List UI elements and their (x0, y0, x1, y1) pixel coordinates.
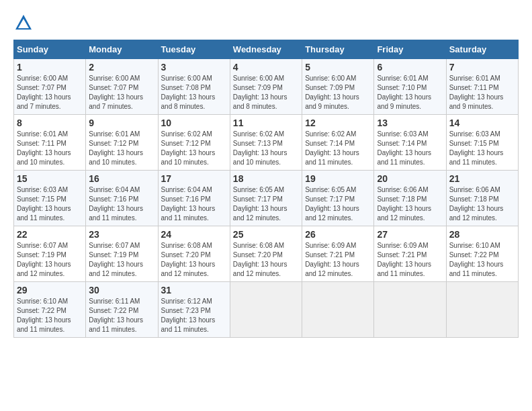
calendar-cell (446, 282, 518, 338)
calendar-cell: 26 Sunrise: 6:09 AM Sunset: 7:21 PM Dayl… (302, 226, 374, 282)
day-number: 2 (89, 62, 154, 73)
calendar-cell: 25 Sunrise: 6:08 AM Sunset: 7:20 PM Dayl… (230, 226, 302, 282)
day-number: 31 (161, 285, 227, 295)
day-number: 29 (17, 285, 83, 295)
day-info: Sunrise: 6:11 AM Sunset: 7:22 PM Dayligh… (89, 297, 154, 334)
calendar-cell: 18 Sunrise: 6:05 AM Sunset: 7:17 PM Dayl… (230, 171, 302, 226)
day-info: Sunrise: 6:10 AM Sunset: 7:22 PM Dayligh… (17, 297, 83, 334)
calendar-cell: 7 Sunrise: 6:01 AM Sunset: 7:11 PM Dayli… (446, 59, 518, 115)
day-info: Sunrise: 6:09 AM Sunset: 7:21 PM Dayligh… (305, 241, 371, 279)
calendar-cell: 28 Sunrise: 6:10 AM Sunset: 7:22 PM Dayl… (446, 226, 518, 282)
day-info: Sunrise: 6:09 AM Sunset: 7:21 PM Dayligh… (377, 241, 443, 279)
day-number: 17 (161, 173, 227, 184)
calendar-cell: 8 Sunrise: 6:01 AM Sunset: 7:11 PM Dayli… (14, 115, 86, 171)
day-number: 9 (89, 118, 154, 128)
header (13, 13, 519, 33)
calendar-cell: 12 Sunrise: 6:02 AM Sunset: 7:14 PM Dayl… (302, 115, 374, 171)
day-info: Sunrise: 6:00 AM Sunset: 7:08 PM Dayligh… (161, 74, 227, 111)
day-number: 12 (305, 118, 371, 128)
day-info: Sunrise: 6:07 AM Sunset: 7:19 PM Dayligh… (17, 241, 83, 279)
calendar-cell: 9 Sunrise: 6:01 AM Sunset: 7:12 PM Dayli… (86, 115, 158, 171)
calendar-cell (230, 282, 302, 338)
weekday-header-saturday: Saturday (446, 40, 518, 59)
calendar-cell: 21 Sunrise: 6:06 AM Sunset: 7:18 PM Dayl… (446, 171, 518, 226)
day-number: 26 (305, 229, 371, 240)
logo (13, 13, 34, 33)
day-info: Sunrise: 6:05 AM Sunset: 7:17 PM Dayligh… (233, 185, 299, 223)
day-info: Sunrise: 6:04 AM Sunset: 7:16 PM Dayligh… (161, 185, 227, 223)
day-info: Sunrise: 6:03 AM Sunset: 7:15 PM Dayligh… (449, 130, 515, 167)
day-number: 10 (161, 118, 227, 128)
day-info: Sunrise: 6:00 AM Sunset: 7:09 PM Dayligh… (305, 74, 371, 111)
day-number: 19 (305, 173, 371, 184)
day-info: Sunrise: 6:08 AM Sunset: 7:20 PM Dayligh… (161, 241, 227, 279)
calendar-cell: 2 Sunrise: 6:00 AM Sunset: 7:07 PM Dayli… (86, 59, 158, 115)
calendar-cell (302, 282, 374, 338)
calendar-cell: 19 Sunrise: 6:05 AM Sunset: 7:17 PM Dayl… (302, 171, 374, 226)
day-info: Sunrise: 6:01 AM Sunset: 7:10 PM Dayligh… (377, 74, 443, 111)
weekday-header-tuesday: Tuesday (158, 40, 230, 59)
day-info: Sunrise: 6:06 AM Sunset: 7:18 PM Dayligh… (449, 185, 515, 223)
day-number: 24 (161, 229, 227, 240)
calendar-cell: 3 Sunrise: 6:00 AM Sunset: 7:08 PM Dayli… (158, 59, 230, 115)
day-info: Sunrise: 6:10 AM Sunset: 7:22 PM Dayligh… (449, 241, 515, 279)
day-number: 20 (377, 173, 443, 184)
day-info: Sunrise: 6:01 AM Sunset: 7:12 PM Dayligh… (89, 130, 154, 167)
calendar-cell: 14 Sunrise: 6:03 AM Sunset: 7:15 PM Dayl… (446, 115, 518, 171)
day-number: 14 (449, 118, 515, 128)
day-info: Sunrise: 6:04 AM Sunset: 7:16 PM Dayligh… (89, 185, 154, 223)
weekday-header-friday: Friday (374, 40, 446, 59)
weekday-header-thursday: Thursday (302, 40, 374, 59)
calendar-cell: 16 Sunrise: 6:04 AM Sunset: 7:16 PM Dayl… (86, 171, 158, 226)
day-number: 27 (377, 229, 443, 240)
day-number: 7 (449, 62, 515, 73)
day-number: 11 (233, 118, 299, 128)
day-number: 16 (89, 173, 154, 184)
calendar-cell: 17 Sunrise: 6:04 AM Sunset: 7:16 PM Dayl… (158, 171, 230, 226)
calendar-cell: 6 Sunrise: 6:01 AM Sunset: 7:10 PM Dayli… (374, 59, 446, 115)
weekday-header-sunday: Sunday (14, 40, 86, 59)
day-number: 23 (89, 229, 154, 240)
calendar-cell: 20 Sunrise: 6:06 AM Sunset: 7:18 PM Dayl… (374, 171, 446, 226)
calendar-cell: 24 Sunrise: 6:08 AM Sunset: 7:20 PM Dayl… (158, 226, 230, 282)
weekday-header-wednesday: Wednesday (230, 40, 302, 59)
day-number: 8 (17, 118, 83, 128)
day-info: Sunrise: 6:00 AM Sunset: 7:07 PM Dayligh… (89, 74, 154, 111)
day-number: 21 (449, 173, 515, 184)
calendar-cell: 15 Sunrise: 6:03 AM Sunset: 7:15 PM Dayl… (14, 171, 86, 226)
day-number: 30 (89, 285, 154, 295)
day-info: Sunrise: 6:07 AM Sunset: 7:19 PM Dayligh… (89, 241, 154, 279)
day-info: Sunrise: 6:02 AM Sunset: 7:13 PM Dayligh… (233, 130, 299, 167)
calendar-cell: 22 Sunrise: 6:07 AM Sunset: 7:19 PM Dayl… (14, 226, 86, 282)
calendar-cell: 23 Sunrise: 6:07 AM Sunset: 7:19 PM Dayl… (86, 226, 158, 282)
day-number: 13 (377, 118, 443, 128)
day-number: 15 (17, 173, 83, 184)
calendar-cell: 13 Sunrise: 6:03 AM Sunset: 7:14 PM Dayl… (374, 115, 446, 171)
day-number: 1 (17, 62, 83, 73)
day-number: 3 (161, 62, 227, 73)
day-info: Sunrise: 6:12 AM Sunset: 7:23 PM Dayligh… (161, 297, 227, 334)
calendar-table: SundayMondayTuesdayWednesdayThursdayFrid… (13, 40, 519, 338)
day-info: Sunrise: 6:08 AM Sunset: 7:20 PM Dayligh… (233, 241, 299, 279)
calendar-cell: 30 Sunrise: 6:11 AM Sunset: 7:22 PM Dayl… (86, 282, 158, 338)
day-info: Sunrise: 6:01 AM Sunset: 7:11 PM Dayligh… (17, 130, 83, 167)
day-number: 4 (233, 62, 299, 73)
calendar-cell: 29 Sunrise: 6:10 AM Sunset: 7:22 PM Dayl… (14, 282, 86, 338)
calendar-cell (374, 282, 446, 338)
day-info: Sunrise: 6:02 AM Sunset: 7:12 PM Dayligh… (161, 130, 227, 167)
day-number: 25 (233, 229, 299, 240)
day-number: 18 (233, 173, 299, 184)
day-info: Sunrise: 6:02 AM Sunset: 7:14 PM Dayligh… (305, 130, 371, 167)
calendar-cell: 31 Sunrise: 6:12 AM Sunset: 7:23 PM Dayl… (158, 282, 230, 338)
weekday-header-monday: Monday (86, 40, 158, 59)
day-number: 22 (17, 229, 83, 240)
day-info: Sunrise: 6:03 AM Sunset: 7:15 PM Dayligh… (17, 185, 83, 223)
calendar-cell: 27 Sunrise: 6:09 AM Sunset: 7:21 PM Dayl… (374, 226, 446, 282)
calendar-cell: 4 Sunrise: 6:00 AM Sunset: 7:09 PM Dayli… (230, 59, 302, 115)
day-info: Sunrise: 6:05 AM Sunset: 7:17 PM Dayligh… (305, 185, 371, 223)
day-number: 28 (449, 229, 515, 240)
day-info: Sunrise: 6:00 AM Sunset: 7:09 PM Dayligh… (233, 74, 299, 111)
day-info: Sunrise: 6:06 AM Sunset: 7:18 PM Dayligh… (377, 185, 443, 223)
calendar-cell: 11 Sunrise: 6:02 AM Sunset: 7:13 PM Dayl… (230, 115, 302, 171)
calendar-cell: 1 Sunrise: 6:00 AM Sunset: 7:07 PM Dayli… (14, 59, 86, 115)
